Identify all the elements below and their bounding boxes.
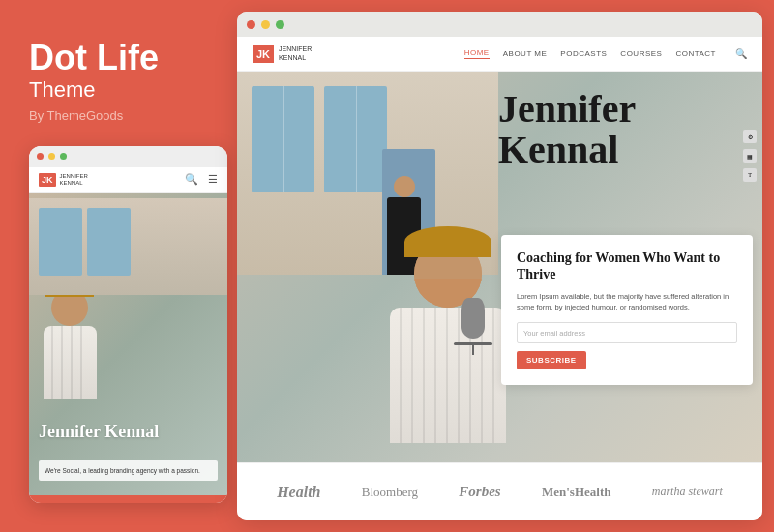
- nav-about[interactable]: ABOUT ME: [503, 49, 548, 58]
- dot-green-icon: [60, 153, 67, 160]
- nav-home[interactable]: HOME: [464, 48, 490, 59]
- brand-forbes: Forbes: [459, 484, 500, 500]
- desktop-mockup: JK JENNIFER KENNAL HOME ABOUT ME PODCAST…: [237, 12, 762, 520]
- desktop-dot-red-icon: [247, 20, 255, 29]
- gear-icon: ⚙: [743, 130, 757, 143]
- subscribe-button[interactable]: SUBSCRIBE: [517, 351, 586, 369]
- dot-red-icon: [37, 153, 44, 160]
- mobile-footer-bar: [29, 495, 227, 503]
- desktop-search-icon[interactable]: 🔍: [735, 48, 747, 59]
- mobile-hero: Jennifer Kennal We're Social, a leading …: [29, 193, 227, 495]
- nav-contact[interactable]: CONTACT: [675, 49, 716, 58]
- email-input[interactable]: Your email address: [517, 322, 737, 343]
- brands-bar: Health Bloomberg Forbes Men'sHealth mart…: [237, 462, 762, 520]
- desktop-jk-logo: JK JENNIFER KENNAL: [253, 45, 312, 63]
- desktop-top-bar: [237, 12, 762, 37]
- desktop-jk-text: JENNIFER KENNAL: [279, 45, 312, 62]
- mobile-menu-icon[interactable]: ☰: [208, 173, 218, 186]
- left-panel: Dot Life Theme By ThemeGoods JK JENNIFER…: [0, 0, 237, 532]
- desktop-dot-green-icon: [276, 20, 284, 29]
- desktop-content: JK JENNIFER KENNAL HOME ABOUT ME PODCAST…: [237, 37, 762, 520]
- sidebar-icons: ⚙ ▦ T: [743, 130, 757, 182]
- brand-health: Health: [277, 484, 320, 501]
- brand-menshealth: Men'sHealth: [542, 485, 611, 500]
- brand-martha: martha stewart: [652, 485, 723, 499]
- mobile-jk-box: JK: [39, 173, 56, 187]
- nav-courses[interactable]: COURSES: [620, 49, 662, 58]
- mobile-top-bar: [29, 146, 227, 167]
- desktop-hero: Jennifer Kennal ⚙ ▦ T Coaching for Women…: [237, 72, 762, 462]
- type-icon: T: [743, 168, 757, 182]
- theme-title: Dot Life: [29, 39, 208, 77]
- hero-title: Jennifer Kennal: [498, 89, 636, 170]
- mobile-hero-text: We're Social, a leading branding agency …: [39, 460, 218, 481]
- grid-icon: ▦: [743, 149, 757, 163]
- coaching-card-text: Lorem Ipsum available, but the majority …: [517, 291, 737, 313]
- coaching-card-title: Coaching for Women Who Want to Thrive: [517, 251, 737, 283]
- mobile-jk-text: JENNIFER KENNAL: [60, 173, 88, 187]
- nav-podcasts[interactable]: PODCASTS: [560, 49, 607, 58]
- desktop-dot-yellow-icon: [261, 20, 270, 29]
- microphone-icon: [446, 298, 499, 385]
- mobile-search-icon[interactable]: 🔍: [185, 173, 198, 186]
- dot-yellow-icon: [48, 153, 55, 160]
- mobile-mockup: JK JENNIFER KENNAL 🔍 ☰: [29, 146, 227, 503]
- coaching-card: Coaching for Women Who Want to Thrive Lo…: [501, 235, 753, 385]
- desktop-nav: JK JENNIFER KENNAL HOME ABOUT ME PODCAST…: [237, 37, 762, 72]
- mobile-jk-logo: JK JENNIFER KENNAL: [39, 173, 88, 187]
- desktop-jk-box: JK: [253, 45, 274, 63]
- desktop-nav-links: HOME ABOUT ME PODCASTS COURSES CONTACT 🔍: [464, 48, 747, 59]
- mobile-hero-title: Jennifer Kennal: [39, 423, 159, 442]
- mobile-person: [44, 289, 97, 399]
- theme-subtitle: Theme: [29, 77, 208, 103]
- theme-by: By ThemeGoods: [29, 108, 208, 123]
- mobile-nav: JK JENNIFER KENNAL 🔍 ☰: [29, 167, 227, 193]
- brand-bloomberg: Bloomberg: [362, 485, 418, 500]
